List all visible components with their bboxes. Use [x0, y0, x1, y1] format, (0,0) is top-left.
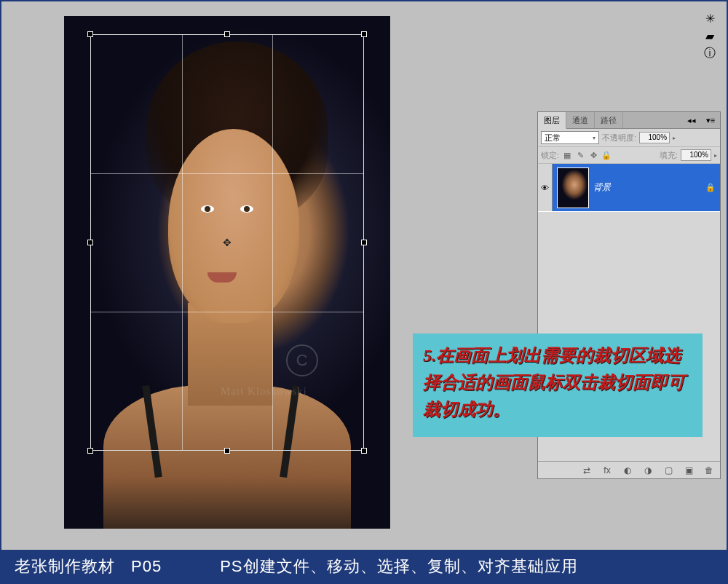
- new-layer-icon[interactable]: ▣: [682, 465, 695, 476]
- layer-group-icon[interactable]: ▢: [662, 465, 675, 476]
- tab-paths[interactable]: 路径: [595, 112, 623, 128]
- settings-icon[interactable]: ✳: [700, 10, 719, 26]
- fill-label: 填充:: [660, 150, 678, 161]
- portrait-image: C Matt Kloskowski: [64, 16, 390, 529]
- opacity-input[interactable]: 100%: [639, 132, 670, 143]
- blend-opacity-row: 正常 ▾ 不透明度: 100% ▸: [538, 129, 720, 147]
- visibility-toggle-icon[interactable]: 👁: [538, 164, 553, 211]
- lock-position-icon[interactable]: ✥: [588, 150, 598, 160]
- tool-sidebar: ✳ ▰ ⓘ: [699, 9, 721, 63]
- layers-panel-toolbar: ⇄ fx ◐ ◑ ▢ ▣ 🗑: [538, 461, 720, 478]
- layer-name-label: 背景: [593, 181, 701, 194]
- tutorial-annotation: 5.在画面上划出需要的裁切区域选择合适的画面鼠标双击裁切面即可裁切成功。: [413, 334, 703, 437]
- watermark-text: Matt Kloskowski: [221, 385, 307, 398]
- document-canvas[interactable]: C Matt Kloskowski ✥: [64, 16, 390, 529]
- chevron-right-icon: ▸: [714, 152, 717, 159]
- lock-all-icon[interactable]: 🔒: [601, 150, 612, 160]
- lock-label: 锁定:: [541, 150, 559, 161]
- lock-indicator-icon: 🔒: [705, 183, 716, 193]
- layer-item-background[interactable]: 👁 背景 🔒: [538, 164, 720, 212]
- footer-author: 老张制作教材: [15, 556, 115, 577]
- chevron-down-icon: ▾: [593, 135, 596, 141]
- layer-style-icon[interactable]: fx: [601, 465, 614, 476]
- delete-layer-icon[interactable]: 🗑: [703, 465, 716, 476]
- fill-input[interactable]: 100%: [681, 149, 711, 161]
- tab-layers[interactable]: 图层: [538, 112, 566, 129]
- layer-thumbnail[interactable]: [557, 167, 589, 208]
- watermark-copyright-icon: C: [286, 344, 318, 376]
- info-icon[interactable]: ⓘ: [700, 45, 719, 61]
- layer-mask-icon[interactable]: ◐: [621, 465, 634, 476]
- panel-menu-icon[interactable]: ▾≡: [701, 112, 720, 128]
- blend-mode-value: 正常: [545, 133, 561, 143]
- chevron-right-icon: ▸: [673, 135, 676, 141]
- adjustment-layer-icon[interactable]: ◑: [641, 465, 654, 476]
- opacity-label: 不透明度:: [602, 133, 636, 143]
- blend-mode-select[interactable]: 正常 ▾: [541, 131, 599, 144]
- gradient-icon[interactable]: ▰: [700, 28, 719, 44]
- footer-page: P05: [131, 557, 162, 576]
- lock-paint-icon[interactable]: ✎: [575, 150, 585, 160]
- lock-icons-group: ▦ ✎ ✥ 🔒: [562, 150, 612, 160]
- footer-title: PS创建文件、移动、选择、复制、对齐基础应用: [220, 556, 713, 577]
- footer-bar: 老张制作教材 P05 PS创建文件、移动、选择、复制、对齐基础应用: [1, 550, 727, 583]
- tab-channels[interactable]: 通道: [566, 112, 595, 128]
- lock-fill-row: 锁定: ▦ ✎ ✥ 🔒 填充: 100% ▸: [538, 147, 720, 164]
- link-layers-icon[interactable]: ⇄: [580, 465, 593, 476]
- panel-collapse-icon[interactable]: ◂◂: [682, 112, 701, 128]
- panel-tabs: 图层 通道 路径 ◂◂ ▾≡: [538, 112, 720, 129]
- lock-transparent-icon[interactable]: ▦: [562, 150, 572, 160]
- annotation-text: 5.在画面上划出需要的裁切区域选择合适的画面鼠标双击裁切面即可裁切成功。: [423, 346, 685, 419]
